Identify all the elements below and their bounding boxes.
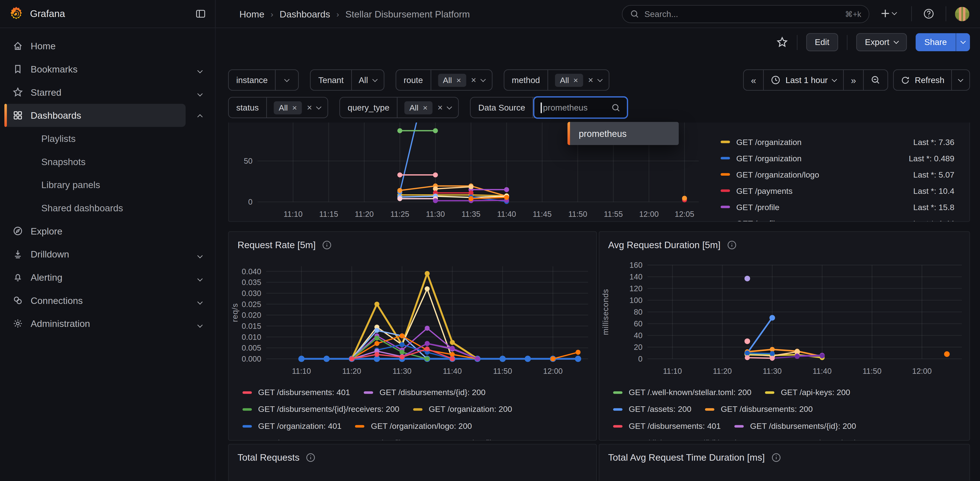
- legend-row[interactable]: GET /organizationLast *: 7.36: [713, 134, 967, 150]
- user-avatar[interactable]: [955, 7, 969, 21]
- search-input[interactable]: Search... ⌘+k: [622, 5, 869, 23]
- sidebar-item-home[interactable]: Home: [4, 35, 186, 58]
- legend-row[interactable]: GET /profileLast *: 15.8: [713, 199, 967, 215]
- legend-item[interactable]: GET /disbursements/{id}: 200: [735, 421, 856, 431]
- legend-item[interactable]: GET /api-keys: 200: [765, 388, 850, 397]
- brand-name[interactable]: Grafana: [30, 8, 65, 19]
- legend-item[interactable]: GET /organization: 200: [413, 405, 512, 414]
- section-toggle-button[interactable]: [198, 295, 202, 306]
- filter-data-source[interactable]: Data Sourceprometheus: [470, 97, 628, 118]
- sidebar-item-alerting[interactable]: Alerting: [4, 266, 186, 289]
- info-icon[interactable]: [306, 452, 316, 462]
- legend-row[interactable]: GET /paymentsLast *: 10.4: [713, 183, 967, 199]
- pill-remove-icon[interactable]: ×: [423, 103, 428, 112]
- sidebar-item-dashboards[interactable]: Dashboards: [4, 104, 186, 127]
- legend-item[interactable]: GET /payments: 200: [243, 438, 332, 441]
- clear-filter-icon[interactable]: ×: [307, 102, 312, 113]
- filter-tenant[interactable]: TenantAll: [310, 69, 384, 91]
- time-range-picker[interactable]: Last 1 hour: [763, 70, 843, 90]
- datasource-search-input[interactable]: prometheus: [533, 96, 628, 119]
- legend-item[interactable]: GET /disbursements: 401: [613, 421, 721, 431]
- legend-item[interactable]: GET /profile: 200: [346, 438, 423, 441]
- legend-series-name[interactable]: GET /organization/logo: [736, 170, 819, 179]
- legend-item[interactable]: GET /organization: 200: [784, 438, 883, 441]
- help-button[interactable]: [923, 8, 934, 19]
- filter-value[interactable]: All: [352, 70, 383, 90]
- export-button[interactable]: Export: [856, 33, 907, 51]
- filter-value[interactable]: All××: [431, 70, 492, 90]
- legend-row[interactable]: GET /organization/logoLast *: 5.07: [713, 166, 967, 183]
- pill-remove-icon[interactable]: ×: [292, 103, 297, 112]
- filter-route[interactable]: routeAll××: [396, 69, 492, 91]
- section-toggle-button[interactable]: [198, 64, 202, 75]
- refresh-interval-button[interactable]: [951, 70, 969, 90]
- legend-row[interactable]: GET /organizationLast *: 0.489: [713, 150, 967, 166]
- pill-remove-icon[interactable]: ×: [456, 75, 461, 85]
- request-rate-chart[interactable]: 11:1011:2011:3011:4011:5012:000.0000.005…: [229, 254, 597, 383]
- legend-item[interactable]: GET /disbursements: 401: [243, 388, 350, 397]
- sidebar-item-drilldown[interactable]: Drilldown: [4, 243, 186, 266]
- time-shift-forward-button[interactable]: »: [843, 70, 863, 90]
- filter-status[interactable]: statusAll××: [228, 97, 328, 118]
- legend-row[interactable]: GET /profileLast *: 1.44: [713, 215, 967, 222]
- clear-filter-icon[interactable]: ×: [471, 75, 476, 85]
- sidebar-item-shared-dashboards[interactable]: Shared dashboards: [4, 196, 186, 220]
- legend-series-name[interactable]: GET /profile: [736, 202, 780, 212]
- datasource-option-prometheus[interactable]: prometheus: [568, 129, 627, 139]
- legend-series-name[interactable]: GET /organization: [736, 153, 802, 163]
- sidebar-item-snapshots[interactable]: Snapshots: [4, 150, 186, 173]
- info-icon[interactable]: [771, 452, 781, 462]
- share-button[interactable]: Share: [916, 33, 956, 51]
- legend-series-name[interactable]: GET /profile: [736, 218, 780, 222]
- sidebar-item-library-panels[interactable]: Library panels: [4, 173, 186, 196]
- legend-item[interactable]: GET /organization: 401: [243, 421, 342, 431]
- filter-value-pill[interactable]: All×: [274, 101, 302, 114]
- legend-item[interactable]: GET /.well-known/stellar.toml: 200: [613, 388, 751, 397]
- sidebar-item-explore[interactable]: Explore: [4, 220, 186, 243]
- legend-item[interactable]: GET /profile: 401: [437, 438, 514, 441]
- sidebar-item-administration[interactable]: Administration: [4, 312, 186, 335]
- filter-query-type[interactable]: query_typeAll××: [339, 97, 459, 118]
- time-shift-back-button[interactable]: «: [744, 70, 763, 90]
- section-toggle-button[interactable]: [198, 248, 202, 260]
- add-new-button[interactable]: [880, 8, 896, 19]
- clear-filter-icon[interactable]: ×: [588, 75, 593, 85]
- legend-item[interactable]: GET /disbursements/{id}/receivers: 200: [613, 438, 770, 441]
- legend-item[interactable]: GET /disbursements: 200: [705, 405, 813, 414]
- filter-value[interactable]: All××: [398, 98, 458, 118]
- legend-item[interactable]: GET /disbursements/{id}: 200: [364, 388, 485, 397]
- filter-value[interactable]: All××: [267, 98, 328, 118]
- favorite-star-icon[interactable]: [776, 37, 788, 48]
- filter-value-pill[interactable]: All×: [555, 73, 583, 87]
- breadcrumb-dashboards[interactable]: Dashboards: [280, 8, 330, 19]
- legend-item[interactable]: GET /organization/logo: 200: [355, 421, 472, 431]
- pill-remove-icon[interactable]: ×: [573, 75, 578, 85]
- filter-value-pill[interactable]: All×: [404, 101, 433, 114]
- sidebar-item-playlists[interactable]: Playlists: [4, 127, 186, 150]
- sidebar-toggle-icon[interactable]: [195, 9, 206, 19]
- section-toggle-button[interactable]: [198, 272, 202, 283]
- legend-series-name[interactable]: GET /payments: [736, 186, 792, 195]
- info-icon[interactable]: [322, 240, 332, 250]
- grafana-logo[interactable]: [9, 6, 24, 21]
- legend-item[interactable]: GET /assets: 200: [613, 405, 692, 414]
- refresh-button[interactable]: Refresh: [894, 70, 951, 90]
- share-menu-button[interactable]: [956, 33, 970, 51]
- legend-item[interactable]: GET /disbursements/{id}/receivers: 200: [243, 405, 399, 414]
- sidebar-item-bookmarks[interactable]: Bookmarks: [4, 57, 186, 81]
- filter-value[interactable]: [276, 70, 298, 90]
- zoom-out-button[interactable]: [863, 70, 888, 90]
- filter-value[interactable]: All××: [548, 70, 609, 90]
- filter-method[interactable]: methodAll××: [504, 69, 609, 91]
- filter-value-pill[interactable]: All×: [438, 73, 466, 87]
- filter-instance[interactable]: instance: [228, 69, 299, 91]
- section-toggle-button[interactable]: [198, 318, 202, 329]
- section-toggle-button[interactable]: [198, 110, 202, 121]
- sidebar-item-starred[interactable]: Starred: [4, 81, 186, 104]
- edit-button[interactable]: Edit: [806, 33, 838, 51]
- info-icon[interactable]: [727, 240, 737, 250]
- clear-filter-icon[interactable]: ×: [438, 102, 442, 113]
- sidebar-item-connections[interactable]: Connections: [4, 289, 186, 312]
- breadcrumb-home[interactable]: Home: [239, 8, 264, 19]
- legend-series-name[interactable]: GET /organization: [736, 137, 802, 147]
